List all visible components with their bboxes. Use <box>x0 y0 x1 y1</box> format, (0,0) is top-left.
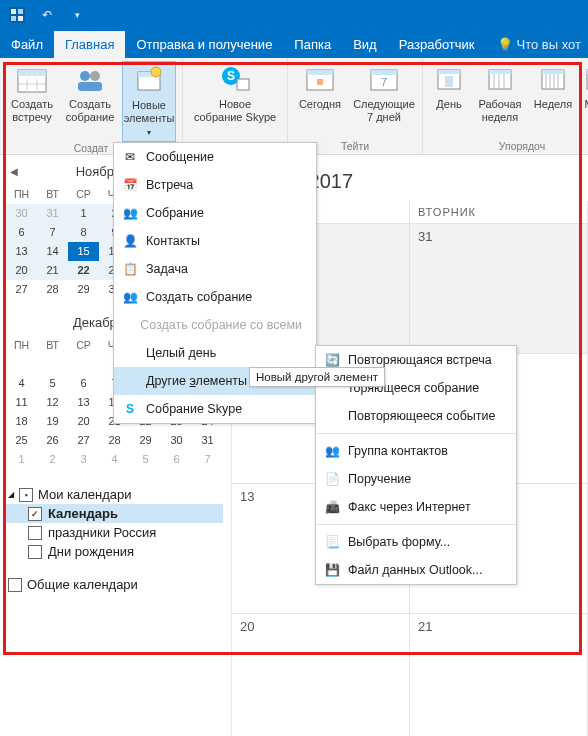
week-view-button[interactable]: Неделя <box>531 61 575 140</box>
menu-contacts[interactable]: 👤Контакты <box>114 227 316 255</box>
col-header-2: ВТОРНИК <box>410 201 588 224</box>
mini-cal-day[interactable]: 6 <box>161 450 192 469</box>
prev-month-icon[interactable]: ◀ <box>10 166 18 177</box>
tell-me[interactable]: 💡 Что вы хот <box>486 31 588 58</box>
calendar-cell[interactable]: 31 <box>410 224 588 354</box>
mini-cal-day[interactable]: 30 <box>6 204 37 223</box>
tab-home[interactable]: Главная <box>54 31 125 58</box>
mini-cal-day[interactable]: 4 <box>6 374 37 393</box>
menu-meeting[interactable]: 📅Встреча <box>114 171 316 199</box>
my-calendars-header[interactable]: ◢ ▪ Мои календари <box>6 485 223 504</box>
mini-cal-day[interactable]: 28 <box>37 280 68 299</box>
tooltip: Новый другой элемент <box>249 367 385 387</box>
mini-cal-day[interactable]: 29 <box>130 431 161 450</box>
mini-cal-day[interactable]: 11 <box>6 393 37 412</box>
workweek-view-button[interactable]: Рабочая неделя <box>475 61 525 140</box>
new-appointment-button[interactable]: Создать встречу <box>6 61 58 142</box>
mini-cal-day[interactable] <box>6 355 37 374</box>
menu-create-meeting[interactable]: 👥Создать собрание <box>114 283 316 311</box>
my-calendars-checkbox[interactable]: ▪ <box>19 488 33 502</box>
shared-calendars-header[interactable]: Общие календари <box>6 575 223 594</box>
mini-cal-day[interactable]: 1 <box>68 204 99 223</box>
tab-file[interactable]: Файл <box>0 31 54 58</box>
mini-cal-day[interactable]: 30 <box>161 431 192 450</box>
contact-icon: 👤 <box>122 233 138 249</box>
mini-cal-day[interactable]: 7 <box>192 450 223 469</box>
mini-cal-day[interactable]: 7 <box>37 223 68 242</box>
month-view-button[interactable]: Меся <box>581 61 588 140</box>
mini-cal-day[interactable]: 22 <box>68 261 99 280</box>
mini-cal-day[interactable]: 5 <box>37 374 68 393</box>
holidays-checkbox[interactable] <box>28 526 42 540</box>
skype-meeting-button[interactable]: S Новое собрание Skype <box>189 61 281 140</box>
bulb-icon: 💡 <box>497 37 513 52</box>
day-view-button[interactable]: День <box>429 61 469 140</box>
mini-cal-day[interactable]: 1 <box>6 450 37 469</box>
submenu-recurring-event[interactable]: Повторяющееся событие <box>316 402 516 430</box>
mini-cal-day[interactable]: 27 <box>6 280 37 299</box>
mini-cal-day[interactable]: 19 <box>37 412 68 431</box>
mini-cal-day[interactable]: 25 <box>6 431 37 450</box>
submenu-delegation[interactable]: 📄Поручение <box>316 465 516 493</box>
mini-cal-day[interactable]: 18 <box>6 412 37 431</box>
mini-cal-day[interactable]: 14 <box>37 242 68 261</box>
mini-cal-day[interactable]: 21 <box>37 261 68 280</box>
mini-cal-day[interactable]: 8 <box>68 223 99 242</box>
mini-cal-day[interactable]: 20 <box>68 412 99 431</box>
today-button[interactable]: Сегодня <box>294 61 346 140</box>
menu-allday[interactable]: Целый день <box>114 339 316 367</box>
form-icon: 📃 <box>324 534 340 550</box>
mini-cal-day[interactable]: 28 <box>99 431 130 450</box>
tab-view[interactable]: Вид <box>342 31 388 58</box>
mail-icon: ✉ <box>122 149 138 165</box>
calendar-7-icon: 7 <box>368 63 400 95</box>
menu-task[interactable]: 📋Задача <box>114 255 316 283</box>
mini-cal-day[interactable]: 15 <box>68 242 99 261</box>
submenu-fax[interactable]: 📠Факс через Интернет <box>316 493 516 521</box>
calendar-checkbox[interactable]: ✓ <box>28 507 42 521</box>
svg-point-15 <box>151 67 161 77</box>
mini-cal-day[interactable]: 31 <box>37 204 68 223</box>
menu-conference[interactable]: 👥Собрание <box>114 199 316 227</box>
today-label: Сегодня <box>299 98 341 111</box>
qat-dropdown-icon[interactable]: ▾ <box>68 6 86 24</box>
new-items-icon <box>133 64 165 96</box>
mini-cal-day[interactable]: 6 <box>68 374 99 393</box>
calendar-item-birthdays[interactable]: Дни рождения <box>6 542 223 561</box>
submenu-contact-group[interactable]: 👥Группа контактов <box>316 437 516 465</box>
new-items-button[interactable]: Новые элементы ▾ <box>122 61 176 142</box>
tab-sendreceive[interactable]: Отправка и получение <box>125 31 283 58</box>
tab-folder[interactable]: Папка <box>283 31 342 58</box>
mini-cal-day[interactable] <box>68 355 99 374</box>
submenu-outlook-file[interactable]: 💾Файл данных Outlook... <box>316 556 516 584</box>
mini-cal-day[interactable]: 26 <box>37 431 68 450</box>
mini-cal-day[interactable]: 6 <box>6 223 37 242</box>
new-meeting-button[interactable]: Создать собрание <box>64 61 116 142</box>
mini-cal-day[interactable]: 2 <box>37 450 68 469</box>
mini-cal-day[interactable]: 4 <box>99 450 130 469</box>
mini-cal-day[interactable]: 31 <box>192 431 223 450</box>
mini-cal-day[interactable]: 29 <box>68 280 99 299</box>
shared-checkbox[interactable] <box>8 578 22 592</box>
mini-cal-day[interactable]: 13 <box>6 242 37 261</box>
calendar-item-holidays[interactable]: праздники Россия <box>6 523 223 542</box>
mini-cal-day[interactable]: 12 <box>37 393 68 412</box>
tab-developer[interactable]: Разработчик <box>388 31 486 58</box>
birthdays-checkbox[interactable] <box>28 545 42 559</box>
mini-cal-day[interactable]: 27 <box>68 431 99 450</box>
calendar-cell[interactable]: 21 <box>410 614 588 736</box>
calendar-cell[interactable]: 20 <box>232 614 410 736</box>
submenu-choose-form[interactable]: 📃Выбрать форму... <box>316 528 516 556</box>
mini-cal-day[interactable] <box>37 355 68 374</box>
menu-skype[interactable]: SСобрание Skype <box>114 395 316 423</box>
mini-cal-day[interactable]: 20 <box>6 261 37 280</box>
mini-cal-day[interactable]: 3 <box>68 450 99 469</box>
new-appointment-label: Создать встречу <box>11 98 53 124</box>
undo-icon[interactable]: ↶ <box>38 6 56 24</box>
calendar-item-main[interactable]: ✓ Календарь <box>6 504 223 523</box>
mini-cal-day[interactable]: 13 <box>68 393 99 412</box>
svg-text:7: 7 <box>381 76 387 88</box>
next7-button[interactable]: 7 Следующие 7 дней <box>352 61 416 140</box>
mini-cal-day[interactable]: 5 <box>130 450 161 469</box>
menu-message[interactable]: ✉Сообщение <box>114 143 316 171</box>
